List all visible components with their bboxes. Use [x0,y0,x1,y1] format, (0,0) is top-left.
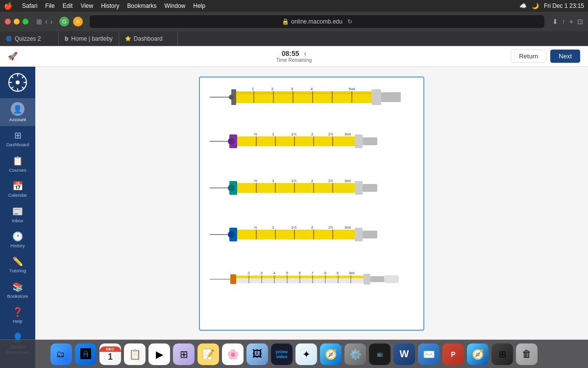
honey-icon: h [73,17,83,26]
svg-rect-43 [355,134,363,148]
sidebar-item-bookstore[interactable]: 📚 Bookstore [0,278,35,303]
dock-word[interactable]: W [393,343,415,365]
sidebar-item-courses[interactable]: 📋 Courses [0,152,35,177]
inbox-icon: 📰 [12,206,23,217]
bookstore-icon: 📚 [12,282,23,292]
sidebar-item-tutoring[interactable]: ✏️ Tutoring [0,252,35,277]
dock-preview[interactable]: 🖼 [246,343,268,365]
svg-text:1½: 1½ [291,179,296,183]
svg-point-47 [228,184,235,191]
back-icon[interactable]: ‹ [45,18,48,26]
dock-safari2[interactable]: 🧭 [467,343,489,365]
sidebar-item-dashboard[interactable]: ⊞ Dashboard [0,126,35,151]
sidebar-account-label: Account [9,117,26,122]
menu-view[interactable]: View [80,2,93,9]
svg-line-5 [11,76,13,78]
svg-rect-103 [384,275,399,283]
dock-ppt[interactable]: P [442,343,464,365]
dock-appstore[interactable]: 🅰 [75,343,97,365]
dock-trash[interactable]: 🗑 [516,343,538,365]
sidebar-toggle-icon[interactable]: ⊞ [36,18,42,26]
sidebar-dashboard-label: Dashboard [6,142,29,147]
sidebar-item-history[interactable]: 🕐 History [0,227,35,252]
sidebar-bookstore-label: Bookstore [7,293,28,299]
minimize-button[interactable] [14,19,20,25]
dock-freeform[interactable]: ✦ [295,343,317,365]
dock-launchpad[interactable]: ⊞ [173,343,195,365]
dock-safari[interactable]: 🧭 [320,343,342,365]
menu-safari[interactable]: Safari [22,2,37,9]
close-button[interactable] [5,19,11,25]
menu-file[interactable]: File [45,2,54,9]
svg-text:3ml: 3ml [344,225,351,230]
wifi-icon: ☁️ [519,2,527,9]
svg-rect-80 [230,274,236,284]
svg-text:1: 1 [252,87,254,91]
sidebar-item-calendar[interactable]: 📅 Calendar [0,177,35,202]
next-button[interactable]: Next [550,50,580,63]
browser-right-icons: ⬇ ↑ + ⊡ [552,18,583,26]
dock-wintiles[interactable]: ⊞ [491,343,513,365]
svg-text:½: ½ [254,179,257,183]
dock-settings[interactable]: ⚙️ [344,343,366,365]
svg-rect-48 [237,183,355,193]
dock-finder[interactable]: 🗂 [50,343,72,365]
timer-collapse-button[interactable]: ‹ [304,50,307,57]
share-icon[interactable]: ↑ [562,18,565,26]
dock-calendar[interactable]: DEC 1 [99,343,121,365]
dock-stickies[interactable]: 📝 [197,343,219,365]
dashboard-favicon: ⭐ [125,36,131,41]
svg-text:2: 2 [311,132,314,136]
sidebar-icon[interactable]: ⊡ [577,18,583,26]
grammarly-icon: G [59,17,69,26]
battery-icon: 🌙 [532,2,539,9]
svg-text:1½: 1½ [291,225,296,230]
svg-text:🗂: 🗂 [56,349,65,359]
clock: Fri Dec 1 23:15 [544,2,584,9]
svg-text:.9: .9 [336,271,339,275]
svg-point-64 [228,231,235,238]
new-tab-icon[interactable]: + [569,18,573,26]
menu-help[interactable]: Help [193,2,205,9]
dock-appletv[interactable]: 📺 [369,343,391,365]
forward-icon[interactable]: › [50,18,53,26]
dock-mail[interactable]: ✉️ [418,343,440,365]
svg-text:2: 2 [311,225,314,230]
tab-quizzes[interactable]: 🌀 Quizzes 2 [0,31,59,46]
svg-text:2½: 2½ [328,226,333,229]
svg-line-8 [11,87,13,89]
apple-menu[interactable]: 🍎 [4,2,12,10]
dock-photos[interactable]: 🌸 [222,343,244,365]
traffic-lights [5,19,28,25]
canvas-logo [7,72,28,93]
dock-reminders[interactable]: 📋 [124,343,146,365]
svg-text:2: 2 [311,179,314,183]
sidebar-item-account[interactable]: 👤 Account [0,98,35,126]
tab-dashboard[interactable]: ⭐ Dashboard [119,31,178,46]
toolbar-right: Return Next [511,50,580,63]
menu-edit[interactable]: Edit [63,2,73,9]
dock-gplay[interactable]: ▶ [148,343,170,365]
tab-bartleby[interactable]: b Home | bartleby [59,31,119,46]
menu-window[interactable]: Window [165,2,186,9]
address-bar[interactable]: 🔒 online.macomb.edu ↻ [90,15,544,28]
sidebar-item-help[interactable]: ❓ Help [0,303,35,328]
quiz-toolbar: 🚀 08:55 ‹ Time Remaining Return Next [0,46,588,67]
lock-icon: 🔒 [282,18,289,25]
main-area: 👤 Account ⊞ Dashboard 📋 Courses 📅 Calend… [0,67,588,368]
sidebar-item-inbox[interactable]: 📰 Inbox [0,202,35,227]
rocket-icon: 🚀 [8,52,18,61]
svg-rect-61 [363,184,377,192]
dock-prime[interactable]: primevideo [271,343,293,365]
sidebar-help-label: Help [13,318,23,324]
sidebar: 👤 Account ⊞ Dashboard 📋 Courses 📅 Calend… [0,67,35,368]
svg-point-30 [228,138,235,145]
return-button[interactable]: Return [511,50,546,63]
bartleby-favicon: b [65,35,68,42]
content-area: 1 2 3 4 5ml [35,67,588,368]
menu-history[interactable]: History [101,2,119,9]
maximize-button[interactable] [23,19,28,25]
menu-bookmarks[interactable]: Bookmarks [127,2,157,9]
refresh-icon[interactable]: ↻ [347,18,352,25]
download-icon[interactable]: ⬇ [552,18,558,26]
